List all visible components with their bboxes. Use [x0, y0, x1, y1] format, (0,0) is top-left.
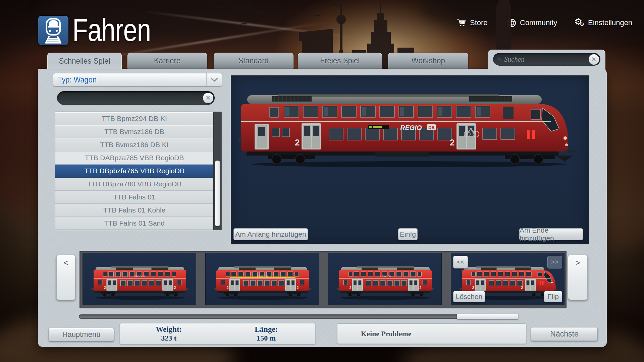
carousel-scrollbar[interactable] — [79, 314, 518, 319]
length-stat: Länge: 150 m — [218, 323, 315, 344]
app-logo — [38, 16, 68, 45]
tab-label: Freies Spiel — [320, 56, 360, 65]
global-search[interactable]: × — [493, 53, 600, 66]
tab-standard[interactable]: Standard — [214, 53, 293, 69]
first-class-yellow-stripe — [230, 277, 296, 278]
settings-menu-item[interactable]: ⚙⚙ Einstellungen — [574, 17, 632, 29]
tab-karriere[interactable]: Karriere — [127, 53, 207, 69]
list-item[interactable]: TTB Bvmsz186 DB — [55, 125, 213, 138]
delete-wagon-button[interactable]: Löschen — [453, 291, 485, 302]
tab-label: Workshop — [411, 56, 445, 65]
move-wagon-right-button-disabled[interactable]: >> — [547, 256, 562, 268]
search-input[interactable] — [504, 55, 589, 64]
train-composition-panel: Typ: Wagon × TTB Bpmz294 DB KI TTB Bvmsz… — [38, 69, 607, 347]
status-text: Keine Probleme — [361, 329, 412, 338]
tab-schnelles-spiel[interactable]: Schnelles Spiel — [47, 53, 122, 69]
clear-search-icon[interactable]: × — [589, 54, 599, 65]
train-logo-icon — [38, 16, 68, 45]
add-to-end-button[interactable]: Am Ende hinzufügen — [519, 228, 583, 240]
carousel-next-button[interactable]: > — [568, 255, 588, 300]
svg-text:DB: DB — [428, 125, 435, 130]
gear-icon: ⚙⚙ — [574, 17, 584, 28]
selected-wagon-render: REGIO DB 2 2 — [234, 88, 586, 169]
flip-wagon-button[interactable]: Flip — [544, 291, 562, 302]
consist-carousel: << >> Löschen Flip — [79, 251, 567, 308]
length-value: 150 m — [257, 334, 276, 343]
tab-label: Standard — [238, 56, 269, 65]
insert-key-button[interactable]: Einfg — [398, 228, 418, 240]
list-item[interactable]: TTB Falns 01 — [55, 191, 213, 204]
weight-value: 323 t — [161, 334, 176, 343]
wagon-preview: REGIO DB 2 2 Am Anfang hi — [231, 75, 589, 244]
list-scrollbar[interactable] — [213, 112, 221, 230]
list-item[interactable]: TTB DBpza780 VBB RegioDB — [55, 178, 213, 191]
list-item-selected[interactable]: TTB DBpbzfa765 VBB RegioDB — [55, 165, 213, 178]
carousel-scrollbar-thumb[interactable] — [457, 314, 518, 319]
weight-stat: Weight: 323 t — [120, 323, 218, 344]
wagon-list-rows: TTB Bpmz294 DB KI TTB Bvmsz186 DB TTB Bv… — [55, 112, 213, 230]
search-icon — [498, 56, 501, 63]
train-stats-box: Weight: 323 t Länge: 150 m — [120, 323, 315, 344]
tab-freies-spiel[interactable]: Freies Spiel — [298, 53, 382, 69]
list-item[interactable]: TTB DABpza785 VBB RegioDB — [55, 152, 213, 165]
settings-label: Einstellungen — [588, 18, 632, 27]
tab-label: Schnelles Spiel — [59, 56, 110, 66]
svg-text:2: 2 — [450, 137, 454, 147]
type-dropdown[interactable]: Typ: Wagon — [53, 73, 222, 86]
clear-filter-icon[interactable]: × — [203, 93, 213, 103]
add-to-front-button[interactable]: Am Anfang hinzufügen — [233, 228, 308, 240]
consist-wagon-1[interactable] — [83, 253, 196, 305]
chevron-down-icon — [206, 73, 222, 86]
weight-label: Weight: — [156, 325, 182, 334]
length-label: Länge: — [255, 325, 278, 334]
consist-wagon-4-cab-car-selected[interactable]: << >> Löschen Flip — [451, 253, 565, 305]
consist-wagon-2-first-class[interactable] — [205, 253, 319, 305]
list-item[interactable]: TTB Falns 01 Kohle — [55, 204, 213, 217]
next-button[interactable]: Nächste — [531, 327, 598, 341]
wagon-filter-input[interactable] — [62, 94, 203, 102]
list-item[interactable]: TTB Bvmsz186 DB KI — [55, 138, 213, 152]
tab-label: Karriere — [154, 56, 180, 65]
wagon-filter-field[interactable]: × — [57, 91, 215, 105]
page-title: Fahren — [72, 12, 151, 48]
type-dropdown-value: Typ: Wagon — [53, 75, 199, 84]
wagon-list: TTB Bpmz294 DB KI TTB Bvmsz186 DB TTB Bv… — [55, 112, 222, 230]
status-box: Keine Probleme — [337, 323, 526, 344]
tab-workshop[interactable]: Workshop — [388, 53, 468, 69]
list-scrollbar-thumb[interactable] — [215, 161, 220, 226]
move-wagon-left-button[interactable]: << — [453, 256, 468, 268]
list-item[interactable]: TTB Falns 01 Sand — [55, 217, 213, 230]
main-menu-button[interactable]: Hauptmenü — [49, 328, 114, 341]
carousel-prev-button[interactable]: < — [56, 255, 75, 300]
consist-wagon-3[interactable] — [328, 253, 442, 305]
svg-text:REGIO: REGIO — [400, 124, 422, 131]
list-item[interactable]: TTB Bpmz294 DB KI — [55, 112, 213, 125]
svg-text:2: 2 — [295, 137, 300, 147]
